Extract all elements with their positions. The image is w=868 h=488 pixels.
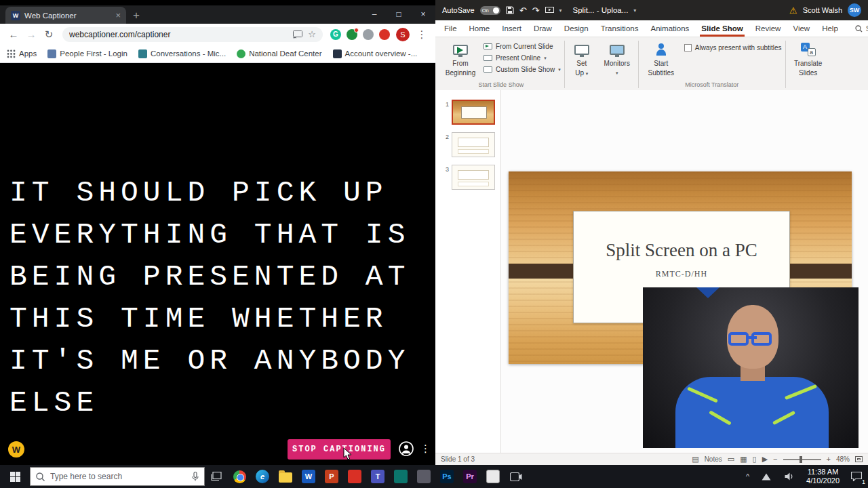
url-text[interactable]: webcaptioner.com/captioner: [69, 30, 288, 39]
translate-slides-button[interactable]: Aa Translate Slides: [789, 39, 827, 77]
start-subtitles-button[interactable]: Start Subtitles: [642, 39, 680, 77]
from-current-slide-button[interactable]: From Current Slide: [484, 43, 561, 50]
tab-help[interactable]: Help: [816, 20, 844, 37]
bookmark-item[interactable]: People First - Login: [47, 49, 127, 58]
slide-show-view-icon[interactable]: ▶: [762, 455, 768, 463]
account-person-icon[interactable]: [399, 441, 414, 456]
slide-sorter-view-icon[interactable]: ▦: [740, 455, 747, 463]
action-center-icon[interactable]: 1: [845, 465, 868, 488]
user-name[interactable]: Scott Walsh: [803, 6, 842, 14]
zoom-slider-thumb[interactable]: [800, 456, 802, 463]
slideshow-quick-icon[interactable]: [545, 7, 554, 14]
volume-icon[interactable]: [778, 465, 801, 488]
zoom-slider[interactable]: [783, 459, 821, 460]
undo-icon[interactable]: ↶: [519, 6, 527, 15]
taskbar-app-teams-icon[interactable]: T: [366, 465, 389, 488]
forward-icon[interactable]: →: [23, 26, 39, 43]
grammarly-extension-icon[interactable]: G: [330, 29, 341, 40]
taskbar-app-file-explorer-icon[interactable]: [274, 465, 297, 488]
slide-title-text[interactable]: Split Screen on a PC: [574, 240, 789, 261]
redo-icon[interactable]: ↷: [532, 6, 540, 15]
slide-thumbnail-1[interactable]: [452, 100, 495, 125]
extension-icon[interactable]: [347, 29, 357, 40]
extension-icon[interactable]: [379, 29, 390, 40]
new-tab-button[interactable]: +: [133, 9, 140, 21]
save-icon[interactable]: [506, 6, 514, 14]
custom-slide-show-button[interactable]: Custom Slide Show ▾: [484, 66, 561, 73]
bookmark-item[interactable]: Conversations - Mic...: [138, 49, 226, 58]
present-online-button[interactable]: Present Online ▾: [484, 54, 561, 62]
hidden-icons-chevron-icon[interactable]: ^: [741, 472, 755, 481]
tab-design[interactable]: Design: [558, 20, 595, 37]
minimize-button[interactable]: –: [362, 5, 387, 23]
taskbar-app-icon[interactable]: [343, 465, 366, 488]
close-button[interactable]: ×: [411, 5, 435, 23]
taskbar-app-edge-icon[interactable]: e: [251, 465, 274, 488]
start-button[interactable]: [0, 465, 30, 488]
taskbar-clock[interactable]: 11:38 AM 4/10/2020: [801, 468, 845, 485]
stop-captioning-button[interactable]: STOP CAPTIONING: [288, 439, 391, 460]
tab-review[interactable]: Review: [749, 20, 787, 37]
search-input[interactable]: [50, 472, 186, 481]
extension-icon[interactable]: [363, 29, 374, 40]
web-captioner-logo-icon[interactable]: W: [8, 441, 24, 458]
microphone-icon[interactable]: [192, 472, 199, 481]
apps-shortcut[interactable]: Apps: [7, 49, 37, 58]
zoom-out-icon[interactable]: −: [773, 455, 777, 463]
cast-icon[interactable]: [293, 30, 302, 39]
slide-thumbnail-3[interactable]: [452, 165, 495, 190]
tab-close-icon[interactable]: ×: [115, 11, 121, 20]
reading-view-icon[interactable]: ▯: [753, 455, 757, 463]
always-subtitles-checkbox-row[interactable]: Always present with subtitles: [684, 39, 782, 52]
fit-slide-to-window-icon[interactable]: [855, 456, 863, 462]
taskbar-app-icon[interactable]: [481, 465, 505, 488]
monitors-button[interactable]: Monitors ▾: [599, 39, 635, 77]
from-beginning-button[interactable]: From Beginning: [441, 39, 479, 77]
task-view-icon[interactable]: [205, 465, 228, 488]
browser-tab[interactable]: W Web Captioner ×: [5, 7, 126, 24]
taskbar-app-photoshop-icon[interactable]: Ps: [435, 465, 458, 488]
tab-slide-show[interactable]: Slide Show: [695, 20, 749, 37]
notes-icon[interactable]: ▤: [692, 455, 698, 463]
normal-view-icon[interactable]: ▭: [728, 455, 734, 463]
sync-warning-icon[interactable]: ⚠: [789, 5, 797, 16]
tab-draw[interactable]: Draw: [528, 20, 558, 37]
tab-file[interactable]: File: [438, 20, 463, 37]
bookmark-star-icon[interactable]: ☆: [308, 30, 316, 39]
taskbar-app-word-icon[interactable]: W: [297, 465, 320, 488]
zoom-level[interactable]: 48%: [836, 455, 850, 463]
tab-home[interactable]: Home: [463, 20, 496, 37]
bookmark-item[interactable]: Account overview -...: [333, 49, 418, 58]
address-bar[interactable]: webcaptioner.com/captioner ☆: [62, 27, 323, 42]
always-subtitles-checkbox[interactable]: [684, 44, 692, 52]
set-up-slide-show-button[interactable]: Set Up ▾: [568, 39, 595, 77]
taskbar-app-chrome-icon[interactable]: [228, 465, 251, 488]
zoom-in-icon[interactable]: +: [827, 455, 831, 463]
taskbar-app-premiere-icon[interactable]: Pr: [458, 465, 481, 488]
taskbar-app-powerpoint-icon[interactable]: P: [320, 465, 343, 488]
taskbar-search[interactable]: [30, 467, 205, 486]
network-icon[interactable]: [755, 465, 778, 488]
tab-transitions[interactable]: Transitions: [595, 20, 645, 37]
slide-subtitle-text[interactable]: RMTC-D/HH: [574, 269, 789, 279]
autosave-toggle[interactable]: On: [480, 6, 500, 15]
tab-animations[interactable]: Animations: [644, 20, 695, 37]
title-caret-icon[interactable]: ▾: [633, 7, 636, 14]
taskbar-app-icon[interactable]: [389, 465, 412, 488]
slide-thumbnail-2[interactable]: [452, 132, 495, 157]
document-title[interactable]: Split... - Uploa...: [573, 6, 629, 14]
ribbon-search[interactable]: Search: [855, 20, 868, 37]
tab-view[interactable]: View: [787, 20, 816, 37]
quick-access-caret-icon[interactable]: ▾: [559, 7, 562, 14]
back-icon[interactable]: ←: [5, 26, 22, 43]
notes-button[interactable]: Notes: [705, 455, 722, 463]
tab-insert[interactable]: Insert: [496, 20, 528, 37]
browser-profile-avatar[interactable]: S: [396, 28, 410, 41]
refresh-icon[interactable]: ↻: [41, 26, 57, 43]
taskbar-app-camera-icon[interactable]: [505, 465, 528, 488]
bookmark-item[interactable]: National Deaf Center: [237, 49, 321, 58]
taskbar-app-icon[interactable]: [412, 465, 435, 488]
maximize-button[interactable]: □: [387, 5, 411, 23]
browser-menu-kebab-icon[interactable]: ⋮: [414, 26, 430, 43]
captioner-menu-kebab-icon[interactable]: ⋮: [420, 443, 431, 455]
